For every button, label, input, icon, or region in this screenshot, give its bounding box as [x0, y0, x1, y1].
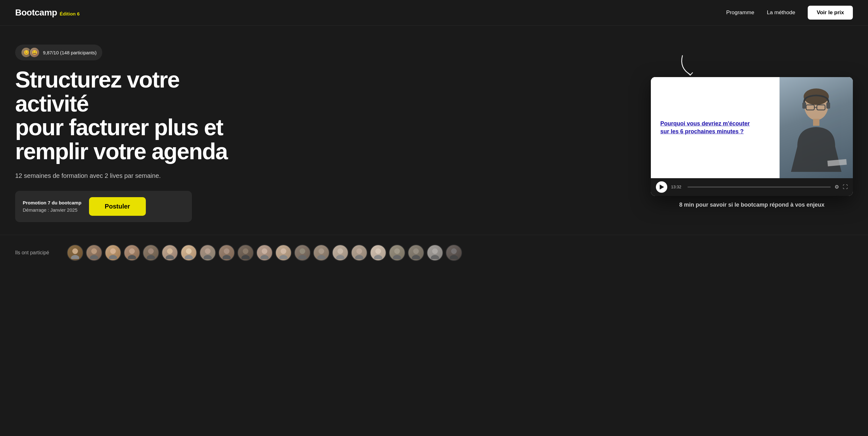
video-slide-title: Pourquoi vous devriez m'écoutersur les 6… [660, 120, 770, 136]
svg-point-17 [147, 255, 155, 259]
svg-point-47 [431, 255, 439, 259]
brand-edition: Édition 6 [60, 11, 80, 17]
nav-voir-prix-button[interactable]: Voir le prix [808, 6, 853, 20]
video-timestamp: 13:32 [671, 184, 684, 189]
nav-links: Programme La méthode Voir le prix [726, 6, 853, 20]
rating-badge: 😊 😀 9,87/10 (148 participants) [15, 45, 102, 60]
svg-point-11 [90, 255, 98, 259]
participant-avatar-17 [370, 244, 386, 261]
cta-info: Promotion 7 du bootcamp Démarrage : Janv… [23, 199, 82, 213]
svg-point-42 [394, 248, 400, 254]
participants-avatars [67, 244, 462, 261]
participant-avatar-11 [256, 244, 273, 261]
svg-point-18 [167, 248, 173, 254]
svg-point-36 [337, 248, 343, 254]
hero-title-line2: pour facturer plus et [15, 115, 223, 140]
nav-methode[interactable]: La méthode [767, 9, 796, 16]
participant-avatar-8 [199, 244, 216, 261]
participant-avatar-4 [124, 244, 140, 261]
svg-point-35 [317, 255, 326, 259]
svg-point-15 [128, 255, 136, 259]
participants-section: Ils ont participé [0, 235, 868, 270]
hero-title-line3: remplir votre agenda [15, 139, 227, 164]
svg-point-24 [224, 248, 229, 254]
svg-point-44 [413, 248, 419, 254]
svg-point-12 [110, 248, 116, 254]
svg-point-26 [243, 248, 248, 254]
rating-text: 9,87/10 (148 participants) [43, 50, 97, 55]
svg-point-30 [281, 248, 286, 254]
video-slide: Pourquoi vous devriez m'écoutersur les 6… [651, 77, 780, 178]
participant-avatar-19 [408, 244, 424, 261]
svg-point-46 [432, 248, 438, 254]
svg-point-29 [260, 255, 269, 259]
svg-point-40 [375, 248, 381, 254]
video-webcam [780, 77, 853, 178]
participant-avatar-6 [162, 244, 178, 261]
svg-point-48 [451, 248, 457, 254]
participant-avatar-7 [181, 244, 197, 261]
svg-point-14 [129, 248, 135, 254]
svg-point-27 [242, 255, 250, 259]
avatar-stack: 😊 😀 [21, 47, 40, 58]
person-silhouette-icon [791, 83, 841, 172]
participant-avatar-10 [237, 244, 254, 261]
promo-line2: Démarrage : Janvier 2025 [23, 207, 77, 213]
settings-icon-button[interactable]: ⚙ [835, 184, 839, 190]
svg-point-38 [356, 248, 362, 254]
svg-point-31 [279, 255, 287, 259]
svg-point-22 [205, 248, 211, 254]
svg-point-9 [71, 255, 79, 259]
video-progress-bar[interactable] [687, 186, 831, 188]
participant-avatar-13 [294, 244, 311, 261]
svg-point-34 [318, 248, 324, 254]
svg-point-21 [185, 255, 193, 259]
hero-title-line1: Structurez votre activité [15, 67, 179, 116]
svg-rect-6 [802, 103, 806, 109]
participant-avatar-21 [446, 244, 462, 261]
video-preview: Pourquoi vous devriez m'écoutersur les 6… [651, 77, 853, 178]
participant-avatar-5 [143, 244, 159, 261]
play-button[interactable] [656, 181, 667, 193]
svg-point-23 [204, 255, 212, 259]
brand-logo: Bootcamp Édition 6 [15, 7, 80, 18]
svg-point-45 [412, 255, 420, 259]
participant-avatar-9 [218, 244, 235, 261]
svg-point-43 [393, 255, 401, 259]
video-controls: 13:32 ⚙ ⛶ [651, 178, 853, 196]
svg-point-32 [300, 248, 305, 254]
svg-point-10 [91, 248, 97, 254]
video-container[interactable]: Pourquoi vous devriez m'écoutersur les 6… [651, 77, 853, 196]
svg-point-41 [374, 255, 382, 259]
fullscreen-icon-button[interactable]: ⛶ [843, 184, 848, 190]
postuler-button[interactable]: Postuler [89, 197, 146, 216]
svg-point-37 [336, 255, 344, 259]
participant-avatar-18 [389, 244, 405, 261]
svg-point-16 [148, 248, 154, 254]
svg-point-39 [355, 255, 363, 259]
svg-point-19 [166, 255, 174, 259]
cta-box: Promotion 7 du bootcamp Démarrage : Janv… [15, 191, 192, 222]
arrow-hint-icon [676, 53, 701, 78]
svg-point-8 [72, 248, 78, 254]
participant-avatar-12 [275, 244, 292, 261]
avatar-2: 😀 [29, 47, 40, 58]
svg-point-25 [222, 255, 231, 259]
hero-right: Pourquoi vous devriez m'écoutersur les 6… [651, 59, 853, 208]
hero-subtitle: 12 semaines de formation avec 2 lives pa… [15, 172, 230, 179]
svg-point-49 [450, 255, 458, 259]
svg-point-33 [298, 255, 307, 259]
participant-avatar-14 [313, 244, 330, 261]
promo-line1: Promotion 7 du bootcamp [23, 200, 82, 205]
svg-rect-7 [826, 103, 830, 109]
participant-avatar-16 [351, 244, 367, 261]
play-icon [660, 184, 664, 190]
svg-rect-5 [813, 119, 819, 126]
participant-avatar-3 [105, 244, 121, 261]
nav-programme[interactable]: Programme [726, 9, 754, 16]
participant-avatar-1 [67, 244, 83, 261]
svg-point-13 [109, 255, 117, 259]
hero-title: Structurez votre activité pour facturer … [15, 68, 230, 163]
participant-avatar-15 [332, 244, 348, 261]
brand-name: Bootcamp [15, 7, 57, 18]
